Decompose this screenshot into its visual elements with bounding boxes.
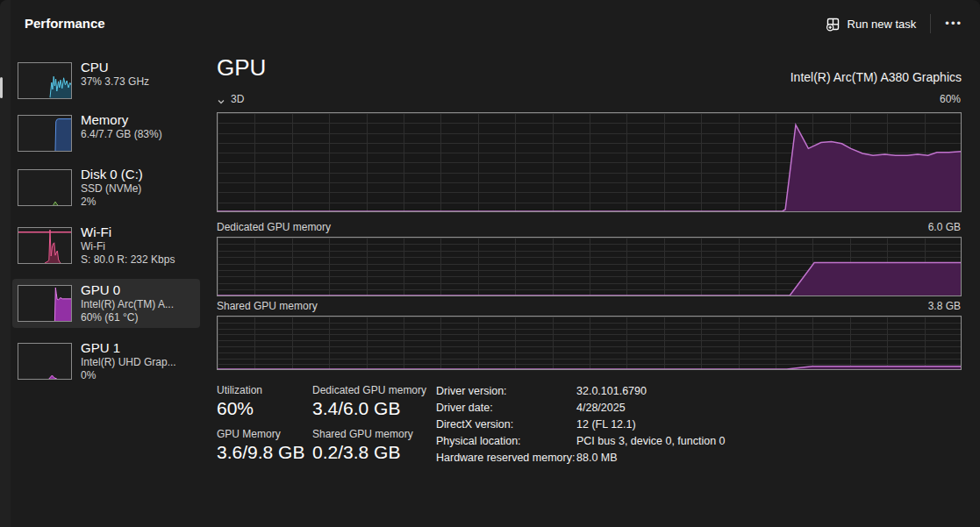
- engine-axis-max-label: 60%: [940, 93, 961, 105]
- sidebar-item-wifi[interactable]: Wi-Fi Wi-Fi S: 80.0 R: 232 Kbps: [12, 221, 200, 270]
- sidebar-item-title: GPU 0: [81, 282, 174, 298]
- sidebar-item-title: GPU 1: [81, 340, 176, 356]
- gpu-memory-label: GPU Memory: [217, 428, 304, 441]
- chevron-down-icon: [217, 96, 225, 103]
- sidebar-item-sub: 37% 3.73 GHz: [81, 75, 149, 89]
- detail-label: Driver date:: [436, 400, 576, 417]
- ellipsis-icon: •••: [945, 19, 962, 28]
- sidebar-item-sub2: 60% (61 °C): [81, 311, 174, 324]
- dedicated-gpu-memory-chart: [217, 237, 962, 296]
- performance-sidebar: CPU 37% 3.73 GHz Memory 6.4/7.7 GB (83%)…: [11, 46, 209, 527]
- more-options-button[interactable]: •••: [936, 14, 971, 33]
- sidebar-item-sub: SSD (NVMe): [81, 182, 143, 196]
- sidebar-item-sub: Intel(R) Arc(TM) A...: [81, 298, 174, 311]
- detail-row: Physical location: PCI bus 3, device 0, …: [436, 433, 726, 450]
- run-new-task-label: Run new task: [848, 18, 917, 31]
- detail-value: PCI bus 3, device 0, function 0: [576, 433, 726, 450]
- driver-details: Driver version: 32.0.101.6790 Driver dat…: [436, 383, 726, 466]
- detail-value: 88.0 MB: [576, 450, 618, 466]
- detail-value: 32.0.101.6790: [576, 383, 647, 400]
- shared-gpu-memory-chart: [217, 316, 962, 370]
- detail-label: Hardware reserved memory:: [436, 450, 576, 466]
- detail-label: Physical location:: [436, 433, 576, 450]
- gpu0-mini-chart: [18, 285, 72, 322]
- sidebar-item-title: Memory: [81, 112, 162, 128]
- detail-label: Driver version:: [436, 383, 576, 400]
- sidebar-item-gpu1[interactable]: GPU 1 Intel(R) UHD Grap... 0%: [12, 337, 200, 386]
- dedicated-memory-meta-row: Dedicated GPU memory 6.0 GB: [217, 221, 962, 235]
- sidebar-item-title: Wi-Fi: [81, 224, 175, 240]
- disk-mini-chart: [18, 169, 72, 206]
- sidebar-item-disk0[interactable]: Disk 0 (C:) SSD (NVMe) 2%: [12, 163, 200, 212]
- task-manager-window: Performance Run new task •••: [0, 0, 980, 527]
- sidebar-item-gpu0[interactable]: GPU 0 Intel(R) Arc(TM) A... 60% (61 °C): [12, 279, 200, 328]
- detail-label: DirectX version:: [436, 417, 576, 433]
- detail-row: Hardware reserved memory: 88.0 MB: [436, 450, 726, 466]
- nav-selection-indicator: [0, 77, 3, 98]
- gpu-memory-value: 3.6/9.8 GB: [217, 441, 304, 464]
- utilization-value: 60%: [217, 397, 304, 420]
- shared-memory-stat-value: 0.2/3.8 GB: [312, 441, 426, 464]
- engine-label: 3D: [231, 93, 244, 105]
- dedicated-memory-axis-max-label: 6.0 GB: [928, 221, 961, 233]
- page-title: Performance: [25, 16, 105, 31]
- shared-memory-meta-row: Shared GPU memory 3.8 GB: [217, 300, 962, 314]
- run-new-task-button[interactable]: Run new task: [817, 11, 926, 37]
- sidebar-item-sub2: 0%: [81, 369, 176, 382]
- gpu1-mini-chart: [18, 343, 72, 380]
- sidebar-item-sub2: 2%: [81, 196, 143, 209]
- sidebar-item-sub2: S: 80.0 R: 232 Kbps: [81, 253, 175, 267]
- shared-memory-axis-max-label: 3.8 GB: [928, 300, 961, 312]
- gpu-device-name: Intel(R) Arc(TM) A380 Graphics: [790, 70, 962, 84]
- engine-selector-dropdown[interactable]: 3D: [217, 93, 244, 105]
- detail-value: 4/28/2025: [576, 400, 626, 417]
- gpu-section-title: GPU: [217, 54, 266, 82]
- sidebar-item-title: CPU: [81, 60, 149, 75]
- run-new-task-icon: [826, 17, 841, 32]
- shared-memory-stat-label: Shared GPU memory: [312, 428, 426, 441]
- sidebar-item-sub: Wi-Fi: [81, 240, 175, 253]
- wifi-mini-chart: [18, 227, 72, 264]
- sidebar-item-cpu[interactable]: CPU 37% 3.73 GHz: [12, 56, 200, 103]
- dedicated-memory-label: Dedicated GPU memory: [217, 221, 331, 233]
- shared-memory-label: Shared GPU memory: [217, 300, 318, 312]
- header-bar: Performance Run new task •••: [11, 0, 980, 46]
- nav-rail: [0, 0, 11, 527]
- sidebar-item-sub: 6.4/7.7 GB (83%): [81, 128, 162, 141]
- gpu-detail-pane: GPU Intel(R) Arc(TM) A380 Graphics 3D 60…: [217, 46, 962, 527]
- sidebar-item-sub: Intel(R) UHD Grap...: [81, 356, 176, 369]
- header-actions: Run new task •••: [817, 9, 971, 39]
- detail-row: Driver version: 32.0.101.6790: [436, 383, 726, 400]
- detail-row: DirectX version: 12 (FL 12.1): [436, 417, 726, 433]
- detail-row: Driver date: 4/28/2025: [436, 400, 726, 417]
- utilization-label: Utilization: [217, 384, 304, 397]
- sidebar-item-title: Disk 0 (C:): [81, 167, 143, 182]
- engine-meta-row: 3D 60%: [217, 93, 962, 107]
- dedicated-memory-stat-label: Dedicated GPU memory: [312, 384, 426, 397]
- sidebar-item-memory[interactable]: Memory 6.4/7.7 GB (83%): [12, 109, 200, 155]
- detail-value: 12 (FL 12.1): [576, 417, 636, 433]
- memory-mini-chart: [18, 115, 72, 152]
- gpu-3d-utilization-chart: [217, 112, 962, 212]
- cpu-mini-chart: [18, 62, 72, 99]
- dedicated-memory-stat-value: 3.4/6.0 GB: [312, 397, 426, 420]
- header-separator: [930, 14, 931, 33]
